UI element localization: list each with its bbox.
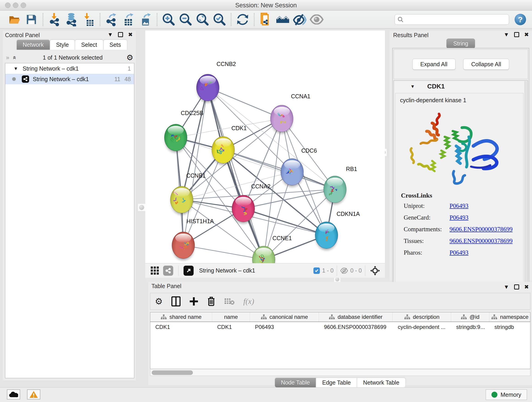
table-cell[interactable]: cyclin-dependent ... [393, 322, 451, 332]
table-settings-gear-icon[interactable]: ⚙ [155, 296, 163, 306]
add-column-icon[interactable] [189, 297, 198, 306]
left-splitter-handle[interactable] [138, 204, 146, 211]
network-options-gear-icon[interactable]: ⚙ [127, 53, 133, 62]
show-columns-icon[interactable] [171, 296, 181, 306]
edge-CCNE1-HIST1H1A[interactable] [183, 245, 264, 259]
control-panel-maximize-button[interactable] [118, 32, 123, 37]
column-header-@id[interactable]: @id [451, 313, 489, 322]
network-view-canvas[interactable]: CCNB2CCNA1CDC25BCDK1CDC6RB1CCNB1CCNA2CDK… [145, 31, 385, 263]
results-panel-float-button[interactable]: ▼ [504, 32, 509, 37]
collection-expand-icon[interactable]: ▼ [13, 66, 18, 71]
collapse-all-networks-icon[interactable]: » [6, 54, 9, 61]
import-network-from-database-button[interactable] [64, 12, 79, 27]
table-cell[interactable]: stringdb [489, 322, 531, 332]
export-table-button[interactable] [121, 12, 136, 27]
expand-all-button[interactable]: Expand All [412, 59, 456, 70]
expand-all-networks-icon[interactable]: » [11, 56, 18, 59]
network-node-HIST1H1A[interactable] [172, 232, 195, 259]
network-collection-row[interactable]: ▼ String Network – cdk1 1 [5, 63, 134, 74]
network-row[interactable]: String Network – cdk1 11 48 [5, 74, 134, 84]
crosslink-link[interactable]: 9606.ENSP00000378699 [450, 226, 513, 233]
tab-sets[interactable]: Sets [103, 40, 127, 50]
string-protein-query-button[interactable] [259, 12, 273, 27]
fit-selected-button[interactable] [370, 266, 380, 275]
apply-layout-button[interactable] [235, 12, 250, 27]
scrollbar-thumb[interactable] [152, 370, 193, 375]
memory-button[interactable]: Memory [486, 389, 527, 400]
results-panel-close-button[interactable]: ✖ [524, 32, 529, 37]
column-tree-icon [461, 314, 467, 320]
tab-network-table[interactable]: Network Table [357, 378, 405, 387]
open-session-button[interactable] [7, 12, 22, 27]
crosslink-link[interactable]: 9606.ENSP00000378699 [450, 237, 513, 245]
table-row[interactable]: CDK1CDK1P064939606.ENSP00000378699cyclin… [150, 322, 530, 332]
edge-CCNB2-CCNE1[interactable] [208, 88, 264, 259]
export-image-button[interactable] [138, 12, 152, 27]
control-panel-float-button[interactable]: ▼ [108, 32, 113, 37]
change-species-button[interactable] [276, 12, 290, 27]
table-panel-maximize-button[interactable] [514, 284, 519, 289]
table-cell[interactable]: P06493 [250, 322, 319, 332]
warnings-button[interactable] [27, 389, 40, 400]
edge-CDK1-RB1[interactable] [223, 150, 335, 189]
edge-CCNA1-CDC25B[interactable] [176, 119, 282, 138]
save-session-button[interactable] [24, 12, 38, 27]
import-table-button[interactable] [81, 12, 95, 27]
checkbox-icon[interactable] [313, 268, 320, 274]
column-header-database-identifier[interactable]: database identifier [319, 313, 393, 322]
tab-node-table[interactable]: Node Table [275, 378, 316, 387]
crosslink-link[interactable]: P06493 [450, 249, 469, 256]
table-cell[interactable]: CDK1 [212, 322, 250, 332]
network-node-CDC6[interactable] [281, 158, 304, 185]
zoom-fit-button[interactable] [196, 12, 210, 27]
table-cell[interactable]: CDK1 [150, 322, 212, 332]
tab-edge-table[interactable]: Edge Table [316, 378, 357, 387]
entry-collapse-icon[interactable]: ▼ [410, 84, 415, 89]
column-header-shared-name[interactable]: shared name [150, 313, 212, 322]
column-header-namespace[interactable]: namespace [489, 313, 531, 322]
table-panel-close-button[interactable]: ✖ [524, 284, 529, 290]
network-node-CDKN1A[interactable] [315, 222, 338, 249]
tab-network[interactable]: Network [17, 40, 50, 50]
control-panel-close-button[interactable]: ✖ [128, 32, 133, 37]
results-scrollbar[interactable] [525, 81, 527, 284]
edge-CCNB2-CCNA1[interactable] [208, 88, 282, 119]
collapse-all-button[interactable]: Collapse All [463, 59, 509, 70]
export-network-button[interactable] [104, 12, 119, 27]
table-panel-float-button[interactable]: ▼ [504, 284, 509, 290]
table-cell[interactable]: stringdb:9... [451, 322, 489, 332]
result-entry-header[interactable]: ▼ CDK1 [394, 81, 528, 92]
show-hide-button[interactable] [310, 12, 324, 27]
column-header-canonical-name[interactable]: canonical name [250, 313, 319, 322]
crosslink-link[interactable]: P06493 [450, 214, 469, 221]
network-node-CCNB2[interactable] [196, 74, 219, 101]
network-node-CCNA1[interactable] [270, 105, 293, 132]
birdseye-view-button[interactable] [184, 266, 194, 276]
network-overview-button[interactable] [163, 266, 173, 276]
zoom-out-button[interactable] [178, 12, 193, 27]
network-node-CCNB1[interactable] [170, 186, 193, 213]
zoom-selected-button[interactable] [212, 12, 227, 27]
table-cell[interactable]: 9606.ENSP00000378699 [319, 322, 393, 332]
search-box[interactable] [394, 14, 509, 25]
enhance-labels-button[interactable] [293, 12, 307, 27]
results-tab-string[interactable]: String [446, 38, 475, 49]
results-panel-maximize-button[interactable] [514, 32, 519, 37]
tab-select[interactable]: Select [75, 40, 103, 50]
grid-view-button[interactable] [150, 266, 159, 275]
network-node-RB1[interactable] [323, 176, 346, 203]
crosslink-link[interactable]: P06493 [450, 202, 469, 210]
tab-style[interactable]: Style [50, 40, 75, 50]
import-network-button[interactable] [47, 12, 62, 27]
search-input[interactable] [406, 16, 506, 23]
network-node-CCNA2[interactable] [232, 195, 255, 222]
network-node-CDK1[interactable] [212, 136, 234, 163]
cloud-status-button[interactable] [7, 389, 20, 400]
column-header-description[interactable]: description [393, 313, 451, 322]
column-header-name[interactable]: name [212, 313, 250, 322]
delete-column-icon[interactable] [207, 296, 215, 306]
zoom-in-button[interactable] [162, 12, 176, 27]
help-button[interactable]: ? [515, 14, 526, 25]
network-node-CDC25B[interactable] [164, 124, 187, 151]
table-horizontal-scrollbar[interactable] [150, 370, 530, 376]
